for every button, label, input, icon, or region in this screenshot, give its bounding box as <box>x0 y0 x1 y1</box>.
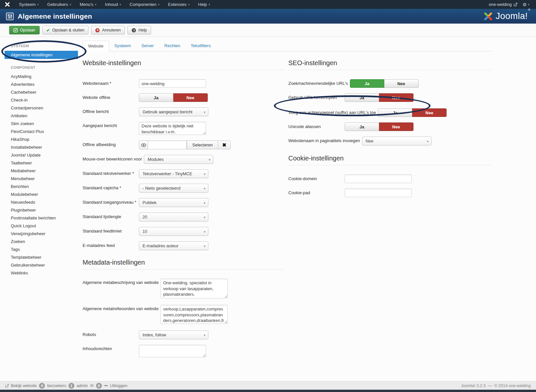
sidebar-item[interactable]: Artikelen <box>11 112 83 120</box>
page-title-wrap: Algemene instellingen <box>6 12 92 20</box>
tekstverwerker-select[interactable]: Tekstverwerker - TinyMCE ▾ <box>139 169 208 178</box>
tab-server[interactable]: Server <box>136 41 159 51</box>
tab-systeem[interactable]: Systeem <box>109 41 136 51</box>
field-website-offline: Website offline Ja Nee <box>83 93 284 102</box>
top-menu-item[interactable]: Extensies ▾ <box>164 0 194 9</box>
top-menu-item[interactable]: Componenten ▾ <box>125 0 164 9</box>
feedlimiet-select[interactable]: 10 ▾ <box>139 227 208 236</box>
page-header: Algemene instellingen Joomla!® <box>0 9 536 24</box>
messages-icon: ✉ <box>90 383 94 388</box>
sidebar-item[interactable]: Pluginbeheer <box>11 206 83 214</box>
sitename-titles-select[interactable]: Nee ▾ <box>362 137 431 145</box>
sidebar-item[interactable]: Mediabeheer <box>11 167 83 175</box>
sidebar-item[interactable]: Tags <box>11 245 83 253</box>
field-sitename-titles: Websitenaam in paginatitels invoegen Nee… <box>288 137 491 145</box>
preview-eye-button[interactable] <box>139 140 148 149</box>
website-offline-ja-button[interactable]: Ja <box>139 93 173 102</box>
sidebar-item[interactable]: AcyMailing <box>11 72 83 80</box>
settings-menu-button[interactable]: ⚙ ▾ <box>521 2 531 7</box>
help-button[interactable]: ? Help <box>127 26 151 34</box>
view-site-link[interactable]: Bekijk website <box>5 383 37 388</box>
sidebar-item[interactable]: Modulebeheer <box>11 190 83 198</box>
sidebar-item[interactable]: Joomla! Update <box>11 151 83 159</box>
tab-tekstfilters[interactable]: Tekstfilters <box>185 41 216 51</box>
sidebar-item[interactable]: HikaShop <box>11 135 83 143</box>
sidebar-item[interactable]: FlexiContact Plus <box>11 127 83 135</box>
sidebar-item[interactable]: Quick Logout <box>11 222 83 230</box>
sidebar-item[interactable]: Slim zoeken <box>11 120 83 127</box>
feedlimiet-label: Standaard feedlimiet <box>83 229 139 234</box>
cancel-button-label: Annuleren <box>102 28 121 32</box>
field-lijstlengte: Standaard lijstlengte 20 ▾ <box>83 213 284 221</box>
cancel-button[interactable]: ✕ Annuleren <box>91 26 125 34</box>
field-unicode-aliassen: Unicode aliassen Ja Nee <box>288 122 491 131</box>
sidebar-item[interactable]: Nieuwsfeeds <box>11 198 83 206</box>
sidebar-item[interactable]: Taalbeheer <box>11 159 83 167</box>
top-menu-item[interactable]: Inhoud ▾ <box>101 0 125 9</box>
sidebar-item-algemene-instellingen-active[interactable]: Algemene instellingen <box>5 51 78 59</box>
url-herschrijven-nee-button[interactable]: Nee <box>379 93 413 102</box>
mouseover-select[interactable]: Modules ▾ <box>144 155 213 164</box>
save-close-button[interactable]: ✔ Opslaan & sluiten <box>42 26 89 34</box>
sidebar-item[interactable]: Installatiebeheer <box>11 143 83 151</box>
sidebar-item[interactable]: Verwijzingsbeheer <box>11 230 83 237</box>
tab-website[interactable]: Website <box>83 41 109 51</box>
sidebar-item[interactable]: Advertenties <box>11 80 83 88</box>
offline-bericht-select[interactable]: Gebruik aangepast bericht ▾ <box>139 107 208 116</box>
website-offline-nee-button[interactable]: Nee <box>173 93 208 102</box>
sidebar-system-heading: SYSTEEM <box>11 44 83 48</box>
captcha-label: Standaard captcha * <box>83 185 139 191</box>
top-menu-item[interactable]: Systeem ▾ <box>15 0 43 9</box>
site-preview-link[interactable]: one-welding <box>486 2 521 7</box>
view-site-label: Bekijk website <box>11 383 37 388</box>
sidebar-item[interactable]: Cachebeheer <box>11 88 83 96</box>
save-button-label: Opslaan <box>20 28 35 32</box>
lijstlengte-select[interactable]: 20 ▾ <box>139 213 208 221</box>
url-herschrijven-toggle: Ja Nee <box>345 93 413 102</box>
sef-urls-ja-button[interactable]: Ja <box>350 79 384 88</box>
sidebar-item[interactable]: Templatebeheer <box>11 253 83 261</box>
field-mouseover: Mouse-over bewerkiconen voor Modules ▾ <box>83 155 284 164</box>
top-menu-item[interactable]: Gebruikers ▾ <box>43 0 75 9</box>
websitenaam-input[interactable] <box>139 79 206 88</box>
emailadres-feed-select[interactable]: E-mailadres auteur ▾ <box>139 241 208 250</box>
top-menu-item[interactable]: Help ▾ <box>194 0 214 9</box>
url-suffix-toggle: Ja Nee <box>378 108 447 117</box>
registered-mark: ® <box>528 8 530 11</box>
unicode-aliassen-ja-button[interactable]: Ja <box>345 122 379 131</box>
tab-rechten[interactable]: Rechten <box>159 41 185 51</box>
sidebar-item[interactable]: Contactpersonen <box>11 104 83 112</box>
robots-select[interactable]: Index, follow ▾ <box>139 330 208 339</box>
cookie-domein-input[interactable] <box>345 175 412 183</box>
unicode-aliassen-nee-button[interactable]: Nee <box>379 122 413 131</box>
metatrefwoorden-textarea[interactable]: verkoop,Lasapparaten,compressoren,compre… <box>161 305 228 324</box>
sidebar-item[interactable]: Menubeheer <box>11 175 83 182</box>
sef-urls-nee-button[interactable]: Nee <box>384 79 419 88</box>
cookie-pad-input[interactable] <box>345 189 412 197</box>
sidebar-item[interactable]: Weblinks <box>11 269 83 277</box>
toegangsniveau-label: Standaard toegangsniveau * <box>83 200 139 205</box>
metabeschrijving-textarea[interactable]: One-welding, specialist in verkoop van l… <box>161 279 228 298</box>
chevron-down-icon: ▾ <box>188 3 190 6</box>
captcha-select[interactable]: - Niets geselecteerd ▾ <box>139 184 208 193</box>
url-suffix-nee-button[interactable]: Nee <box>412 108 447 117</box>
inhoudsrechten-textarea[interactable] <box>139 345 206 357</box>
sidebar-item[interactable]: Check-in <box>11 96 83 104</box>
toegangsniveau-select[interactable]: Publiek ▾ <box>139 198 208 207</box>
logout-link[interactable]: Uitloggen <box>110 383 127 388</box>
aangepast-bericht-textarea[interactable]: Deze website is tijdelijk niet beschikba… <box>139 122 206 135</box>
top-menu-item[interactable]: Menu's ▾ <box>75 0 101 9</box>
save-icon <box>13 28 18 32</box>
sidebar-item[interactable]: Berichten <box>11 182 83 190</box>
selecteren-button[interactable]: Selecteren <box>187 140 218 149</box>
joomla-logo-icon <box>5 2 10 7</box>
offline-afbeelding-input[interactable] <box>148 140 187 149</box>
clear-x-button[interactable]: ✖ <box>218 140 231 149</box>
sidebar-item[interactable]: Postinstallatie berichten <box>11 214 83 222</box>
url-suffix-ja-button[interactable]: Ja <box>378 108 412 117</box>
url-herschrijven-ja-button[interactable]: Ja <box>345 93 379 102</box>
sidebar-item[interactable]: Gebruikersbeheer <box>11 261 83 269</box>
external-link-icon <box>514 3 517 6</box>
save-button[interactable]: Opslaan <box>9 26 40 34</box>
sidebar-item[interactable]: Zoeken <box>11 237 83 245</box>
